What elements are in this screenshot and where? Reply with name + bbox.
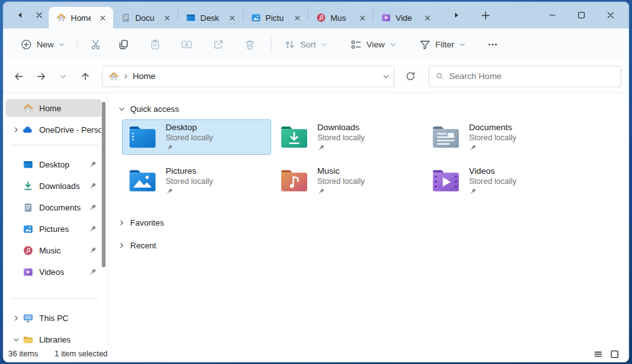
folder-tile-pictures[interactable]: Pictures Stored locally (122, 163, 271, 198)
delete-button[interactable] (238, 33, 261, 55)
tab-pictures[interactable]: Pictu (243, 7, 308, 28)
sidebar-item-desktop[interactable]: Desktop (6, 155, 101, 173)
copy-button[interactable] (112, 33, 135, 55)
section-favorites[interactable]: Favorites (118, 215, 629, 229)
sidebar-item-onedrive[interactable]: OneDrive - Perso (6, 121, 101, 138)
tab-close-icon[interactable] (355, 11, 369, 25)
pin-icon (88, 246, 97, 255)
breadcrumb[interactable]: Home (133, 71, 155, 81)
sidebar-item-libraries[interactable]: Libraries (6, 331, 101, 348)
pictures-icon (22, 223, 33, 234)
sidebar-item-this-pc[interactable]: This PC (6, 309, 101, 327)
rename-button[interactable] (175, 33, 198, 55)
sidebar-scrollbar[interactable] (102, 102, 106, 267)
minimize-button[interactable] (538, 4, 567, 27)
section-recent[interactable]: Recent (118, 238, 629, 252)
tab-close-icon[interactable] (290, 11, 304, 25)
collapse-chevron-icon[interactable] (9, 336, 22, 343)
videos-icon (22, 266, 33, 277)
back-button[interactable] (8, 66, 29, 87)
tab-videos[interactable]: Vide (374, 7, 438, 28)
scissors-icon (90, 39, 102, 51)
tab-label: Desk (200, 13, 221, 23)
sort-button-label: Sort (300, 40, 316, 49)
folder-tile-documents[interactable]: Documents Stored locally (425, 119, 574, 155)
tab-scroll-right-button[interactable] (447, 6, 466, 25)
sort-button[interactable]: Sort (278, 34, 333, 55)
selection-count: 1 item selected (54, 349, 107, 358)
sidebar-item-home[interactable]: Home (6, 99, 101, 117)
navigation-pane: Home OneDrive - Perso Desktop Downloads (3, 93, 107, 346)
tab-documents[interactable]: Docu (113, 7, 178, 28)
tab-close-icon[interactable] (420, 11, 434, 25)
share-icon (212, 39, 224, 51)
forward-button[interactable] (30, 66, 51, 87)
tab-close-icon[interactable] (95, 11, 109, 25)
pin-icon (317, 144, 365, 152)
new-tab-button[interactable] (476, 6, 495, 25)
sidebar-item-label: Videos (39, 267, 88, 277)
paste-button[interactable] (143, 33, 166, 55)
sidebar-divider (11, 298, 99, 299)
sidebar-item-label: Libraries (39, 335, 101, 344)
address-bar[interactable]: Home (102, 66, 394, 87)
folder-name: Music (317, 166, 365, 177)
expand-chevron-icon (118, 219, 125, 226)
folder-tile-videos[interactable]: Videos Stored locally (425, 163, 574, 198)
folder-tile-desktop[interactable]: Desktop Stored locally (122, 119, 271, 155)
home-icon (56, 13, 66, 23)
view-button-label: View (367, 40, 385, 49)
videos-icon (381, 13, 391, 23)
chevron-down-icon (320, 41, 327, 48)
folder-status: Stored locally (166, 177, 213, 187)
pin-icon (317, 188, 365, 195)
expand-chevron-icon[interactable] (9, 315, 22, 322)
maximize-button[interactable] (567, 4, 596, 27)
tab-close-icon[interactable] (225, 11, 239, 25)
folder-status: Stored locally (469, 177, 516, 187)
sidebar-item-music[interactable]: Music (6, 241, 101, 259)
folder-status: Stored locally (166, 133, 213, 143)
recent-locations-button[interactable] (52, 66, 73, 87)
sidebar-item-label: Desktop (39, 160, 88, 169)
folder-tile-downloads[interactable]: Downloads Stored locally (274, 119, 423, 155)
sidebar-item-label: Downloads (39, 181, 88, 191)
home-icon (109, 71, 119, 82)
address-dropdown-icon[interactable] (382, 73, 390, 80)
sidebar-item-label: This PC (39, 313, 101, 323)
sidebar-item-documents[interactable]: Documents (6, 198, 101, 216)
filter-button[interactable]: Filter (413, 34, 471, 55)
search-input[interactable] (449, 71, 614, 81)
pin-icon (88, 161, 97, 169)
sidebar-item-label: Music (39, 246, 88, 255)
share-button[interactable] (207, 33, 229, 55)
this-pc-icon (22, 312, 33, 324)
pin-icon (469, 188, 516, 195)
details-view-button[interactable] (590, 348, 606, 360)
trash-icon (244, 39, 256, 51)
tab-music[interactable]: Mus (308, 7, 373, 28)
up-button[interactable] (75, 66, 95, 87)
tab-overflow-close-button[interactable] (30, 6, 49, 25)
sidebar-item-pictures[interactable]: Pictures (6, 220, 101, 238)
folder-tile-music[interactable]: Music Stored locally (274, 163, 423, 198)
large-icons-view-button[interactable] (606, 348, 623, 360)
collapse-chevron-icon (118, 106, 125, 112)
close-button[interactable] (596, 4, 625, 27)
clipboard-icon (149, 39, 161, 51)
expand-chevron-icon[interactable] (9, 126, 22, 133)
tab-scroll-left-button[interactable] (11, 6, 30, 25)
sidebar-item-label: OneDrive - Perso (39, 125, 101, 135)
tab-home[interactable]: Home (49, 7, 113, 28)
view-button[interactable]: View (344, 34, 402, 55)
cut-button[interactable] (84, 33, 107, 55)
new-button[interactable]: New (15, 34, 71, 55)
pin-icon (166, 188, 213, 195)
section-quick-access[interactable]: Quick access (118, 102, 629, 116)
sidebar-item-downloads[interactable]: Downloads (6, 177, 101, 195)
sidebar-item-videos[interactable]: Videos (6, 263, 101, 281)
tab-desktop[interactable]: Desk (178, 7, 243, 28)
more-options-button[interactable] (482, 33, 504, 55)
tab-close-icon[interactable] (160, 11, 174, 25)
refresh-button[interactable] (399, 66, 421, 87)
